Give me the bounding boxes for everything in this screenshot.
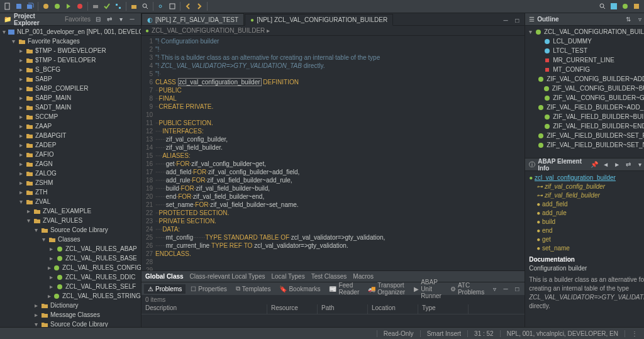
tree-node[interactable]: ▾ZVAL_RULES [0,216,141,225]
task-icon[interactable] [167,1,177,11]
tree-node[interactable]: ▾Source Code Library [0,225,141,235]
tree-node[interactable]: ▸ZTH [0,187,141,197]
tree-node[interactable]: ▸ZABAPGIT [0,131,141,140]
tree-node[interactable]: ▸ZCL_VAL_RULES_CONFIG [0,263,141,272]
debug-icon[interactable] [52,1,62,11]
tree-node[interactable]: ▸ZSHM [0,178,141,187]
tree-node[interactable]: ▸ZCL_VAL_RULES_SELF [0,282,141,291]
perspective-abap-icon[interactable] [609,1,619,11]
search-icon[interactable] [140,1,150,11]
code-editor[interactable]: 1234567891011121314151617181920212223242… [142,36,525,270]
tree-node[interactable]: ▸SABP_MAIN [0,93,141,103]
perspective-other-icon[interactable] [631,1,641,11]
problems-col[interactable]: Location [368,304,418,314]
forward-icon[interactable] [194,1,204,11]
editor-tab-1[interactable]: ◐[NPL] Z_FI_SALV_IDA_TEST [142,13,244,25]
link-icon[interactable] [156,1,166,11]
open-icon[interactable] [129,1,139,11]
ei-pin-icon[interactable]: 📌 [589,160,599,170]
abap-icon[interactable] [41,1,51,11]
where-used-icon[interactable] [113,1,123,11]
build-icon[interactable] [91,1,101,11]
back-icon[interactable] [183,1,193,11]
prob-max-icon[interactable]: □ [512,284,522,294]
tree-node[interactable]: ▾Source Code Library [0,320,141,327]
save-all-icon[interactable] [25,1,35,11]
ei-link-icon[interactable]: ⇄ [623,160,633,170]
tree-node[interactable]: ▸ZCL_VAL_RULES_ABAP [0,244,141,253]
favorites-tab[interactable]: Favorites [65,16,91,23]
problems-col[interactable]: Path [318,304,368,314]
profile-icon[interactable] [75,1,85,11]
tree-node[interactable]: ▸SADT_MAIN [0,103,141,112]
outline-node[interactable]: LTCL_TEST [525,46,644,55]
class-tab[interactable]: Macros [353,273,374,280]
tree-node[interactable]: ▸ZAGN [0,159,141,169]
tree-node[interactable]: ▸ZAAP [0,121,141,131]
class-tab[interactable]: Test Classes [311,273,347,280]
tree-node[interactable]: ▾Classes [0,235,141,244]
class-tab[interactable]: Global Class [145,273,184,280]
link-editor-icon[interactable]: ⇄ [104,14,114,25]
editor-maximize-icon[interactable]: □ [512,15,522,25]
ei-fwd-icon[interactable]: ► [612,160,622,170]
outline-node[interactable]: ZIF_VAL_FIELD_BUILDER~END [525,121,644,131]
save-icon[interactable] [14,1,24,11]
tree-node[interactable]: ▸ZCL_VAL_RULES_BASE [0,253,141,263]
prob-filter-icon[interactable]: ▿ [489,284,499,294]
activate-icon[interactable] [102,1,112,11]
class-tab[interactable]: Local Types [271,273,304,280]
tree-node[interactable]: ▸Message Classes [0,310,141,320]
bottom-tab[interactable]: ⧉Templates [232,284,275,294]
tree-node[interactable]: ▾ZVAL [0,197,141,206]
tree-node[interactable]: ▸S_BCFG [0,65,141,74]
run-icon[interactable] [64,1,74,11]
problems-col[interactable]: Description [142,304,267,314]
outline-tree[interactable]: ▾ZCL_VAL_CONFIGURATION_BUILDERLCL_DUMMYL… [525,26,644,158]
outline-node[interactable]: ZIF_VAL_FIELD_BUILDER~BUILD [525,112,644,121]
editor-tab-2[interactable]: ●[NPL] ZCL_VAL_CONFIGURATION_BUILDER [245,14,393,26]
ei-back-icon[interactable]: ◄ [601,160,611,170]
tree-node[interactable]: ▸SCCMP [0,112,141,121]
breadcrumb[interactable]: ●ZCL_VAL_CONFIGURATION_BUILDER ▸ [142,26,525,36]
tree-node[interactable]: ▸ZCL_VAL_RULES_DDIC [0,272,141,282]
class-tab[interactable]: Class-relevant Local Types [190,273,265,280]
outline-node[interactable]: ZIF_VAL_CONFIG_BUILDER~ADD_FIELD [525,74,644,84]
perspective-debug-icon[interactable] [620,1,630,11]
bottom-tab[interactable]: ⚠Problems [144,284,186,294]
editor-minimize-icon[interactable]: ─ [501,15,511,25]
outline-sort-icon[interactable]: ⇅ [623,14,633,25]
tree-node[interactable]: ▸ZADEP [0,140,141,150]
bottom-tab[interactable]: ☐Properties [187,284,231,294]
quick-access-icon[interactable] [597,1,608,11]
tree-node[interactable]: ▸ZAFIO [0,150,141,159]
outline-filter-icon[interactable]: ▿ [635,14,644,25]
problems-col[interactable]: Type [418,304,469,314]
problems-col[interactable]: Resource [267,304,318,314]
outline-node[interactable]: MT_CONFIG [525,65,644,74]
tree-node[interactable]: ▸SABP_COMPILER [0,84,141,93]
tree-node[interactable]: ▸Dictionary [0,301,141,310]
tree-node[interactable]: ▸ZCL_VAL_RULES_STRING [0,291,141,301]
tree-node[interactable]: ▸$TMP - DEVELOPER [0,55,141,65]
tree-node[interactable]: ▸ZVAL_EXAMPLE [0,206,141,216]
bottom-tab[interactable]: 🔖Bookmarks [275,284,324,294]
outline-node[interactable]: ZIF_VAL_CONFIG_BUILDER~BUILD [525,84,644,93]
tree-node[interactable]: ▾NLP_001_developer_en [NPL, 001, DEVELOP… [0,27,141,36]
collapse-all-icon[interactable]: ⊟ [93,14,103,25]
tree-node[interactable]: ▸$TMP - BWDEVELOPER [0,46,141,55]
outline-node[interactable]: ZIF_VAL_FIELD_BUILDER~ADD_RULE [525,103,644,112]
minimize-icon[interactable]: ─ [127,14,137,25]
ei-menu-icon[interactable]: ▾ [635,160,644,170]
status-more-icon[interactable]: ⋮ [625,330,644,337]
new-icon[interactable] [3,1,13,11]
outline-node[interactable]: ZIF_VAL_CONFIG_BUILDER~GET [525,93,644,103]
tree-node[interactable]: ▾Favorite Packages [0,36,141,46]
project-tree[interactable]: ▾NLP_001_developer_en [NPL, 001, DEVELOP… [0,26,141,327]
outline-node[interactable]: ZIF_VAL_FIELD_BUILDER~SET_FIELD [525,131,644,140]
outline-node[interactable]: ZIF_VAL_FIELD_BUILDER~SET_NAME [525,140,644,150]
prob-min-icon[interactable]: ─ [501,284,511,294]
view-menu-icon[interactable]: ▾ [116,14,126,25]
outline-node[interactable]: MR_CURRENT_LINE [525,55,644,65]
tree-node[interactable]: ▸ZALOG [0,169,141,178]
